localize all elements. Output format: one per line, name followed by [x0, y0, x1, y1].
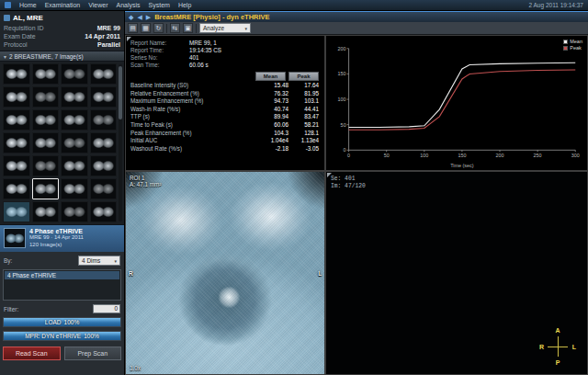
- series-thumbnail[interactable]: [32, 63, 60, 85]
- menu-item-help[interactable]: Help: [178, 2, 191, 8]
- stats-row: Washout Rate (%/s)-2.18-3.05: [130, 145, 319, 153]
- compass-posterior: P: [556, 359, 560, 366]
- column-header-button[interactable]: Peak: [288, 72, 319, 81]
- corner-marker-icon: [127, 37, 131, 41]
- window-titlebar[interactable]: ◆ ◀ ▶ BreastMRE [Physio] - dyn eTHRIVE: [125, 11, 588, 22]
- menu-item-examination[interactable]: Examination: [45, 2, 81, 8]
- series-thumbnail[interactable]: [90, 201, 118, 222]
- viewport-grid: Report Name:MRE 99, 1Report Time:19:14:3…: [125, 35, 588, 375]
- series-thumbnail[interactable]: [3, 86, 30, 108]
- series-thumbnail[interactable]: [3, 109, 30, 131]
- window-title: BreastMRE [Physio] - dyn eTHRIVE: [154, 13, 269, 21]
- patient-info-panel: AL, MRE Requisition IDMRE 99Exam Date14 …: [0, 11, 124, 51]
- filter-label: Filter:: [4, 306, 18, 312]
- load-progress-percent: 100%: [64, 319, 80, 325]
- image-viewport[interactable]: ROI 1 A: 47.1 mm² 1.0x R L: [125, 171, 325, 375]
- series-thumbnail[interactable]: [90, 178, 118, 199]
- menu-item-viewer[interactable]: Viewer: [88, 2, 107, 8]
- forward-icon[interactable]: ▶: [146, 14, 151, 20]
- clock: 2 Aug 2011 19:14:37: [528, 2, 583, 8]
- by-label: By:: [4, 257, 12, 264]
- scrollbar-thumb[interactable]: [119, 66, 122, 119]
- dims-dropdown[interactable]: 4 Dims ▾: [78, 256, 120, 266]
- series-thumbnail[interactable]: [32, 155, 60, 176]
- folder-icon[interactable]: ▣: [183, 23, 193, 33]
- compass-horizontal-axis: [548, 347, 568, 347]
- stats-panel: Report Name:MRE 99, 1Report Time:19:14:3…: [125, 35, 325, 171]
- selected-series-panel[interactable]: 4 Phase eTHRIVE MRE 99 · 14 Apr 2011 120…: [0, 224, 124, 252]
- menu-item-analysis[interactable]: Analysis: [117, 2, 141, 8]
- compass-right-marker: R: [539, 344, 544, 350]
- patient-field: Requisition IDMRE 99: [4, 24, 120, 32]
- analysis-window: ◆ ◀ ▶ BreastMRE [Physio] - dyn eTHRIVE ▤…: [125, 11, 588, 375]
- series-thumbnail[interactable]: [32, 178, 60, 199]
- prep-scan-button[interactable]: Prep Scan: [64, 347, 122, 360]
- series-thumbnail[interactable]: [32, 109, 60, 131]
- svg-text:150: 150: [458, 153, 466, 158]
- series-thumbnail[interactable]: [61, 63, 88, 85]
- menubar-items: HomeExaminationViewerAnalysisSystemHelp: [19, 2, 191, 8]
- refresh-icon[interactable]: ↻: [153, 23, 164, 33]
- series-listbox[interactable]: 4 Phase eTHRIVE: [3, 269, 121, 301]
- mpr-progress-label: MPR: DYN eTHRIVE: [25, 333, 81, 339]
- secondary-viewport[interactable]: Se: 401 Im: 47/120 A P R L: [325, 171, 588, 375]
- series-group-label: 2 BREASTMRE, 7 Image(s): [9, 53, 84, 60]
- svg-text:250: 250: [534, 153, 542, 158]
- report-info: Report Name:MRE 99, 1Report Time:19:14:3…: [126, 36, 324, 70]
- selected-series-title: 4 Phase eTHRIVE: [29, 228, 84, 234]
- series-thumbnail[interactable]: [32, 201, 60, 222]
- series-thumbnail[interactable]: [3, 155, 30, 176]
- svg-text:0: 0: [347, 153, 350, 158]
- filter-input[interactable]: 0: [93, 304, 120, 313]
- series-thumbnail[interactable]: [3, 63, 30, 85]
- series-thumbnail[interactable]: [90, 109, 118, 131]
- svg-text:100: 100: [420, 153, 428, 158]
- svg-text:50: 50: [341, 122, 346, 128]
- series-thumbnail[interactable]: [61, 178, 88, 199]
- stats-row: Maximum Enhancement (%)94.73103.1: [130, 97, 319, 106]
- analyze-combo-value: Analyze: [203, 25, 224, 31]
- series-thumbnail[interactable]: [90, 86, 118, 108]
- series-group-header[interactable]: ▾ 2 BREASTMRE, 7 Image(s): [0, 51, 124, 62]
- layout-icon[interactable]: ▦: [141, 23, 151, 33]
- series-thumbnail[interactable]: [90, 132, 118, 153]
- menu-item-system[interactable]: System: [149, 2, 170, 8]
- column-header-button[interactable]: Mean: [255, 72, 286, 81]
- scan-controls: By: 4 Dims ▾ 4 Phase eTHRIVE Filter: 0 L…: [0, 252, 124, 375]
- menu-item-home[interactable]: Home: [19, 2, 37, 8]
- series-thumbnail[interactable]: [3, 132, 30, 153]
- series-thumbnail[interactable]: [90, 63, 118, 85]
- series-overlay: Se: 401: [331, 176, 366, 183]
- svg-text:50: 50: [384, 153, 390, 158]
- save-icon[interactable]: ▤: [128, 23, 138, 33]
- series-thumbnail[interactable]: [32, 132, 60, 153]
- series-thumbnail[interactable]: [61, 86, 88, 108]
- legend-swatch-icon: [563, 40, 568, 44]
- series-thumbnail[interactable]: [90, 155, 118, 176]
- back-icon[interactable]: ◀: [137, 14, 141, 20]
- compass-anterior: A: [555, 327, 560, 334]
- series-thumbnail[interactable]: [3, 201, 30, 222]
- series-thumbnail[interactable]: [61, 201, 88, 222]
- thumbnail-scrollbar[interactable]: [119, 64, 122, 222]
- svg-text:0: 0: [344, 147, 346, 153]
- patient-fields: Requisition IDMRE 99Exam Date14 Apr 2011…: [4, 24, 120, 49]
- listbox-item[interactable]: 4 Phase eTHRIVE: [5, 271, 119, 279]
- series-thumbnail[interactable]: [61, 109, 88, 131]
- svg-text:200: 200: [338, 46, 346, 51]
- image-overlay: Im: 47/120: [331, 183, 366, 190]
- series-thumbnail[interactable]: [32, 86, 60, 108]
- chevron-down-icon: ▾: [244, 26, 247, 31]
- series-thumbnail[interactable]: [61, 132, 88, 153]
- patient-name: AL, MRE: [13, 14, 43, 22]
- stats-row: TTP (s)89.9483.47: [130, 113, 319, 121]
- analyze-combo[interactable]: Analyze ▾: [199, 23, 251, 33]
- stats-row: Relative Enhancement (%)76.3281.95: [130, 90, 319, 98]
- compare-icon[interactable]: ⇆: [170, 23, 180, 33]
- read-scan-button[interactable]: Read Scan: [3, 347, 61, 360]
- dims-dropdown-value: 4 Dims: [82, 257, 100, 264]
- zoom-overlay: 1.0x: [130, 365, 141, 371]
- patient-field: Exam Date14 Apr 2011: [4, 32, 120, 40]
- series-thumbnail[interactable]: [3, 178, 30, 199]
- series-thumbnail[interactable]: [61, 155, 88, 176]
